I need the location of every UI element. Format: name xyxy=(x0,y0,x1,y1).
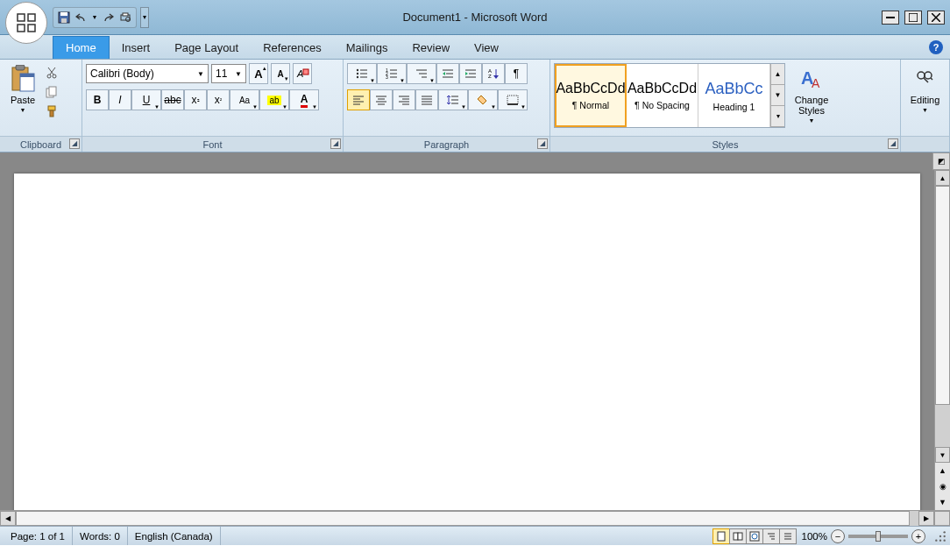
copy-icon[interactable] xyxy=(44,84,60,100)
scroll-up-icon[interactable]: ▲ xyxy=(935,170,950,186)
style-normal[interactable]: AaBbCcDd ¶ Normal xyxy=(555,64,627,127)
browse-object-icon[interactable]: ◉ xyxy=(935,478,950,494)
align-left-button[interactable] xyxy=(347,89,370,110)
paste-button[interactable]: Paste ▼ xyxy=(4,63,42,115)
font-color-button[interactable]: A▼ xyxy=(289,89,319,110)
paragraph-launcher[interactable]: ◢ xyxy=(537,138,548,149)
next-page-icon[interactable]: ▼ xyxy=(935,494,950,510)
justify-button[interactable] xyxy=(415,89,438,110)
grow-font-button[interactable]: A▴ xyxy=(249,63,268,84)
qat-customize[interactable]: ▾ xyxy=(140,7,149,28)
save-icon[interactable] xyxy=(56,10,72,25)
group-styles: AaBbCcDd ¶ Normal AaBbCcDd ¶ No Spacing … xyxy=(550,60,901,152)
format-painter-icon[interactable] xyxy=(44,103,60,119)
tab-page-layout[interactable]: Page Layout xyxy=(162,37,251,59)
draft-view-icon[interactable] xyxy=(779,528,797,544)
bold-button[interactable]: B xyxy=(86,89,109,110)
align-right-button[interactable] xyxy=(393,89,415,110)
full-screen-view-icon[interactable] xyxy=(729,528,747,544)
ruler-toggle-icon[interactable]: ◩ xyxy=(932,152,950,170)
line-spacing-button[interactable]: ▼ xyxy=(438,89,468,110)
editing-button[interactable]: Editing ▼ xyxy=(905,63,946,115)
shrink-font-button[interactable]: A▾ xyxy=(271,63,290,84)
cut-icon[interactable] xyxy=(44,65,60,81)
zoom-slider[interactable] xyxy=(848,535,908,538)
font-name-combo[interactable]: Calibri (Body)▼ xyxy=(86,64,209,83)
increase-indent-button[interactable] xyxy=(459,63,482,84)
print-layout-view-icon[interactable] xyxy=(712,528,730,544)
font-size-combo[interactable]: 11▼ xyxy=(211,64,246,83)
gallery-more-icon[interactable]: ▾ xyxy=(771,106,784,127)
gallery-down-icon[interactable]: ▼ xyxy=(771,85,784,106)
group-paragraph: ▼ 123▼ ▼ AZ ¶ ▼ ▼ ▼ P xyxy=(344,60,550,152)
subscript-button[interactable]: x₂ xyxy=(184,89,207,110)
highlight-button[interactable]: ab▼ xyxy=(259,89,289,110)
change-styles-dropdown[interactable]: ▼ xyxy=(809,117,815,124)
font-launcher[interactable]: ◢ xyxy=(330,138,341,149)
minimize-button[interactable] xyxy=(882,11,899,25)
tab-view[interactable]: View xyxy=(462,37,511,59)
document-page[interactable] xyxy=(14,174,920,510)
bullets-button[interactable]: ▼ xyxy=(347,63,377,84)
superscript-button[interactable]: x² xyxy=(207,89,230,110)
style-no-spacing[interactable]: AaBbCcDd ¶ No Spacing xyxy=(627,64,698,127)
svg-point-32 xyxy=(357,76,358,78)
help-icon[interactable]: ? xyxy=(929,40,943,54)
maximize-button[interactable] xyxy=(904,11,922,25)
tab-mailings[interactable]: Mailings xyxy=(334,37,401,59)
shading-button[interactable]: ▼ xyxy=(468,89,498,110)
borders-button[interactable]: ▼ xyxy=(498,89,528,110)
chevron-down-icon[interactable]: ▼ xyxy=(197,70,204,78)
clipboard-launcher[interactable]: ◢ xyxy=(69,138,80,149)
print-preview-icon[interactable] xyxy=(117,10,133,25)
redo-icon[interactable] xyxy=(100,10,116,25)
clear-formatting-button[interactable]: A xyxy=(293,63,312,84)
hscroll-thumb[interactable] xyxy=(16,511,910,526)
italic-button[interactable]: I xyxy=(109,89,131,110)
strikethrough-button[interactable]: abc xyxy=(161,89,184,110)
office-button[interactable] xyxy=(5,2,47,44)
resize-grip-icon[interactable] xyxy=(934,530,946,542)
change-styles-button[interactable]: AA Change Styles ▼ xyxy=(787,63,836,125)
scroll-down-icon[interactable]: ▼ xyxy=(935,447,950,463)
zoom-in-button[interactable]: + xyxy=(911,529,925,543)
undo-dropdown[interactable]: ▼ xyxy=(91,14,98,20)
svg-point-78 xyxy=(925,72,932,79)
show-formatting-button[interactable]: ¶ xyxy=(505,63,528,84)
zoom-slider-knob[interactable] xyxy=(876,531,881,542)
vscroll-thumb[interactable] xyxy=(935,186,950,405)
status-page[interactable]: Page: 1 of 1 xyxy=(4,527,73,545)
hscroll-track[interactable] xyxy=(16,511,918,526)
vscroll-track[interactable] xyxy=(935,186,950,447)
multilevel-list-button[interactable]: ▼ xyxy=(407,63,436,84)
change-case-button[interactable]: Aa▼ xyxy=(230,89,259,110)
gallery-up-icon[interactable]: ▲ xyxy=(771,64,784,85)
decrease-indent-button[interactable] xyxy=(436,63,459,84)
zoom-level[interactable]: 100% xyxy=(802,531,827,542)
underline-button[interactable]: U▼ xyxy=(131,89,161,110)
paste-dropdown[interactable]: ▼ xyxy=(20,107,26,113)
tab-insert[interactable]: Insert xyxy=(110,37,163,59)
svg-point-91 xyxy=(944,531,946,533)
prev-page-icon[interactable]: ▲ xyxy=(935,463,950,478)
scroll-right-icon[interactable]: ▶ xyxy=(918,511,934,526)
web-layout-view-icon[interactable] xyxy=(746,528,763,544)
zoom-out-button[interactable]: − xyxy=(831,529,845,543)
tab-references[interactable]: References xyxy=(251,37,333,59)
outline-view-icon[interactable] xyxy=(762,528,780,544)
styles-launcher[interactable]: ◢ xyxy=(888,138,898,149)
editing-dropdown[interactable]: ▼ xyxy=(922,107,928,113)
chevron-down-icon[interactable]: ▼ xyxy=(235,70,242,78)
style-heading-1[interactable]: AaBbCc Heading 1 xyxy=(698,64,770,127)
status-words[interactable]: Words: 0 xyxy=(73,527,128,545)
undo-icon[interactable] xyxy=(74,10,89,25)
scroll-left-icon[interactable]: ◀ xyxy=(0,511,16,526)
status-language[interactable]: English (Canada) xyxy=(128,527,221,545)
tab-home[interactable]: Home xyxy=(53,36,110,59)
close-button[interactable] xyxy=(927,11,945,25)
tab-review[interactable]: Review xyxy=(400,37,462,59)
group-editing: Editing ▼ xyxy=(901,60,950,152)
align-center-button[interactable] xyxy=(370,89,393,110)
numbering-button[interactable]: 123▼ xyxy=(377,63,407,84)
sort-button[interactable]: AZ xyxy=(482,63,505,84)
